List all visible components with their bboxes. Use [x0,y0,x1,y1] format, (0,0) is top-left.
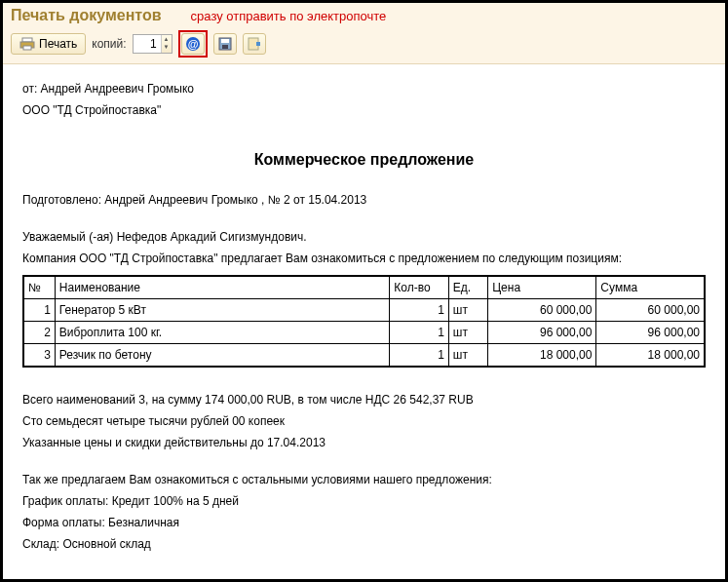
th-price: Цена [488,276,596,299]
cell-unit: шт [448,322,487,344]
table-row: 3Резчик по бетону1шт18 000,0018 000,00 [23,344,705,368]
cell-num: 2 [23,322,55,344]
validity-line: Указанные цены и скидки действительны до… [22,434,706,451]
cell-num: 1 [23,299,55,322]
total-line-1: Всего наименований 3, на сумму 174 000,0… [22,391,706,408]
annotation-text: сразу отправить по электропочте [191,9,387,23]
cell-unit: шт [448,344,487,368]
toolbar: Печать копий: ▲ ▼ @ [3,26,725,64]
cell-qty: 1 [390,322,449,344]
spinner-down[interactable]: ▼ [162,43,172,51]
document-body: от: Андрей Андреевич Громыко ООО "ТД Стр… [3,64,725,582]
th-sum: Сумма [596,276,705,299]
settings-button[interactable] [243,33,266,55]
table-header-row: № Наименование Кол-во Ед. Цена Сумма [23,276,705,299]
cell-name: Генератор 5 кВт [55,299,389,322]
titlebar: Печать документов сразу отправить по эле… [3,3,725,26]
email-at-icon: @ [185,36,201,52]
prepared-line: Подготовлено: Андрей Андреевич Громыко ,… [22,191,706,209]
document-heading: Коммерческое предложение [22,148,706,172]
svg-rect-0 [22,38,32,42]
cell-qty: 1 [390,344,449,368]
email-button[interactable]: @ [181,33,205,55]
svg-rect-9 [256,42,260,46]
spinner-arrows: ▲ ▼ [161,35,172,53]
cell-price: 60 000,00 [488,299,596,322]
print-window: Печать документов сразу отправить по эле… [0,0,728,582]
terms-intro: Так же предлагаем Вам ознакомиться с ост… [22,471,706,488]
cell-name: Виброплита 100 кг. [55,322,389,344]
items-table: № Наименование Кол-во Ед. Цена Сумма 1Ге… [22,275,706,368]
total-line-2: Сто семьдесят четыре тысячи рублей 00 ко… [22,412,706,430]
cell-sum: 60 000,00 [596,299,705,322]
greeting-line: Уважаемый (-ая) Нефедов Аркадий Сигизмун… [22,228,706,246]
cell-sum: 96 000,00 [596,322,705,344]
cell-price: 18 000,00 [488,344,596,368]
floppy-icon [217,36,233,52]
printer-icon [19,36,35,52]
intro-line: Компания ООО "ТД Стройпоставка" предлага… [22,250,706,267]
cell-sum: 18 000,00 [596,344,705,368]
print-button-label: Печать [39,37,77,51]
email-button-highlight: @ [178,30,208,58]
spinner-up[interactable]: ▲ [162,35,172,43]
cell-qty: 1 [390,299,449,322]
th-num: № [23,276,55,299]
th-name: Наименование [55,276,389,299]
copies-spinner[interactable]: ▲ ▼ [133,34,172,54]
copies-input[interactable] [134,35,161,53]
options-icon [247,36,262,52]
cell-price: 96 000,00 [488,322,596,344]
table-row: 1Генератор 5 кВт1шт60 000,0060 000,00 [23,299,705,322]
print-button[interactable]: Печать [11,33,86,55]
save-file-button[interactable] [213,33,237,55]
cell-num: 3 [23,344,55,368]
company-line: ООО "ТД Стройпоставка" [22,101,706,119]
window-title: Печать документов [11,7,162,24]
cell-unit: шт [448,299,487,322]
copies-label: копий: [92,37,126,51]
term-1: График оплаты: Кредит 100% на 5 дней [22,492,706,510]
from-line: от: Андрей Андреевич Громыко [22,80,706,97]
th-unit: Ед. [448,276,487,299]
table-row: 2Виброплита 100 кг.1шт96 000,0096 000,00 [23,322,705,344]
svg-rect-6 [221,39,229,43]
svg-rect-2 [23,46,31,50]
cell-name: Резчик по бетону [55,344,389,368]
term-3: Склад: Основной склад [22,535,706,553]
svg-text:@: @ [187,38,198,50]
th-qty: Кол-во [390,276,449,299]
svg-rect-7 [222,45,228,49]
term-2: Форма оплаты: Безналичная [22,514,706,531]
